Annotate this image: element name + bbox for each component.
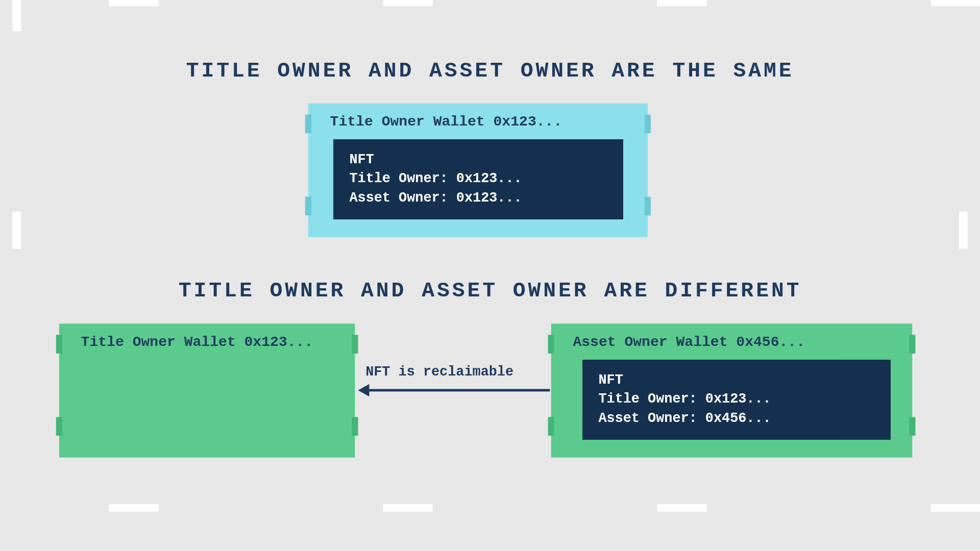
box-corner-dash: [352, 417, 358, 436]
nft-title: NFT: [598, 371, 874, 390]
nft-title: NFT: [349, 151, 606, 170]
box-corner-dash: [909, 417, 915, 436]
box-corner-dash: [305, 197, 311, 216]
nft-title-owner-row: Title Owner: 0x123...: [349, 170, 606, 189]
frame-dash: [109, 0, 159, 6]
frame-dash: [12, 212, 21, 249]
nft-asset-owner-row: Asset Owner: 0x456...: [598, 409, 874, 429]
heading-same-owner: TITLE OWNER AND ASSET OWNER ARE THE SAME: [0, 59, 980, 83]
box-corner-dash: [909, 335, 915, 354]
heading-different-owner: TITLE OWNER AND ASSET OWNER ARE DIFFEREN…: [0, 279, 980, 303]
box-corner-dash: [305, 114, 311, 133]
nft-asset-owner-value: 0x456...: [705, 411, 771, 427]
frame-dash: [12, 0, 21, 31]
nft-box-same: NFT Title Owner: 0x123... Asset Owner: 0…: [333, 139, 623, 219]
nft-title-owner-label: Title Owner:: [349, 171, 448, 187]
frame-dash: [959, 212, 968, 249]
nft-box-diff: NFT Title Owner: 0x123... Asset Owner: 0…: [582, 360, 891, 439]
arrow-label: NFT is reclaimable: [365, 364, 513, 380]
box-corner-dash: [548, 335, 554, 354]
diagram-canvas: TITLE OWNER AND ASSET OWNER ARE THE SAME…: [0, 0, 980, 551]
nft-title-owner-value: 0x123...: [456, 171, 522, 187]
arrow-line: [368, 389, 550, 392]
wallet-label: Title Owner Wallet 0x123...: [330, 114, 562, 130]
title-owner-wallet-same: Title Owner Wallet 0x123... NFT Title Ow…: [308, 104, 648, 237]
box-corner-dash: [56, 417, 62, 436]
frame-dash: [109, 504, 159, 512]
frame-dash: [657, 504, 707, 512]
reclaimable-arrow: NFT is reclaimable: [358, 364, 548, 402]
title-owner-wallet-diff: Title Owner Wallet 0x123...: [59, 323, 355, 457]
nft-title-owner-value: 0x123...: [705, 391, 771, 407]
nft-title-owner-label: Title Owner:: [598, 391, 697, 407]
nft-asset-owner-label: Asset Owner:: [349, 190, 448, 206]
box-corner-dash: [56, 335, 62, 354]
box-corner-dash: [352, 335, 358, 354]
frame-dash: [383, 0, 433, 6]
nft-asset-owner-row: Asset Owner: 0x123...: [349, 189, 606, 208]
frame-dash: [383, 504, 433, 512]
wallet-label: Title Owner Wallet 0x123...: [81, 334, 313, 350]
box-corner-dash: [645, 197, 651, 216]
nft-asset-owner-label: Asset Owner:: [598, 411, 697, 427]
wallet-label: Asset Owner Wallet 0x456...: [573, 334, 805, 350]
frame-dash: [657, 0, 707, 6]
frame-dash: [931, 0, 980, 6]
box-corner-dash: [548, 417, 554, 436]
nft-asset-owner-value: 0x123...: [456, 190, 522, 206]
nft-title-owner-row: Title Owner: 0x123...: [598, 390, 874, 410]
box-corner-dash: [645, 114, 651, 133]
frame-dash: [931, 504, 980, 512]
asset-owner-wallet-diff: Asset Owner Wallet 0x456... NFT Title Ow…: [551, 323, 913, 457]
